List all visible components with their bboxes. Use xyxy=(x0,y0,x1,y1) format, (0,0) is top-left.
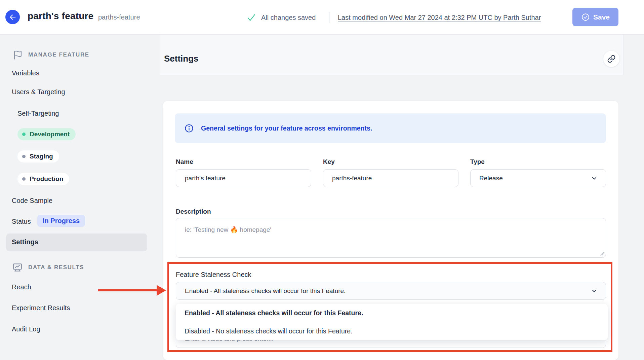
env-dot-icon xyxy=(22,155,26,158)
sidebar-item-self-targeting[interactable]: Self-Targeting xyxy=(17,109,59,117)
info-banner: General settings for your feature across… xyxy=(175,113,606,143)
sidebar-section-manage-feature: MANAGE FEATURE xyxy=(13,50,89,60)
resize-handle-icon[interactable] xyxy=(599,251,604,256)
env-label: Development xyxy=(30,131,70,138)
type-select-value: Release xyxy=(479,175,503,182)
sidebar-section-label: MANAGE FEATURE xyxy=(28,51,89,58)
top-header: parth's feature parths-feature All chang… xyxy=(0,0,644,35)
info-banner-text: General settings for your feature across… xyxy=(201,124,372,132)
settings-card: General settings for your feature across… xyxy=(163,101,618,360)
sidebar-env-development[interactable]: Development xyxy=(17,128,76,140)
check-circle-icon xyxy=(581,13,590,22)
feature-key: parths-feature xyxy=(98,13,140,21)
sidebar-item-variables[interactable]: Variables xyxy=(12,69,39,77)
type-label: Type xyxy=(470,158,485,166)
description-label: Description xyxy=(176,208,211,215)
copy-link-button[interactable] xyxy=(603,51,619,67)
env-label: Production xyxy=(30,175,63,183)
chevron-down-icon xyxy=(591,175,598,182)
check-icon xyxy=(246,12,256,23)
info-icon xyxy=(184,123,194,133)
staleness-dropdown-menu: Enabled - All staleness checks will occu… xyxy=(176,304,608,340)
chevron-down-icon xyxy=(591,288,598,294)
chart-board-icon xyxy=(12,262,23,273)
status-badge[interactable]: In Progress xyxy=(37,215,85,227)
staleness-option-enabled[interactable]: Enabled - All staleness checks will occu… xyxy=(176,304,608,322)
name-input[interactable] xyxy=(185,175,302,182)
env-dot-icon xyxy=(22,133,26,136)
flag-icon xyxy=(13,50,23,60)
link-icon xyxy=(607,55,616,63)
sidebar-item-settings-label: Settings xyxy=(12,238,38,246)
last-modified-link[interactable]: Last modified on Wed Mar 27 2024 at 2:32… xyxy=(338,14,541,22)
annotation-arrow xyxy=(98,289,158,291)
key-input-wrap xyxy=(323,169,458,187)
sidebar-item-reach[interactable]: Reach xyxy=(12,283,31,291)
settings-header-bar: Settings xyxy=(160,35,623,75)
env-dot-icon xyxy=(22,177,26,181)
header-divider xyxy=(329,12,329,23)
staleness-select-value: Enabled - All staleness checks will occu… xyxy=(185,287,346,295)
sidebar-section-label: DATA & RESULTS xyxy=(28,264,84,271)
sidebar: MANAGE FEATURE Variables Users & Targeti… xyxy=(0,35,160,360)
sidebar-item-status[interactable]: Status xyxy=(12,217,31,225)
description-textarea-wrap xyxy=(176,218,606,258)
feature-title: parth's feature xyxy=(28,11,93,22)
name-input-wrap xyxy=(176,169,311,187)
sidebar-item-code-sample[interactable]: Code Sample xyxy=(12,196,52,205)
sidebar-item-settings[interactable]: Settings xyxy=(6,233,147,251)
description-textarea[interactable] xyxy=(185,226,597,250)
key-label: Key xyxy=(323,158,335,166)
type-select[interactable]: Release xyxy=(470,169,606,187)
env-label: Staging xyxy=(30,153,53,160)
annotation-arrow-head-icon xyxy=(157,285,166,296)
arrow-left-icon xyxy=(9,13,16,21)
staleness-select[interactable]: Enabled - All staleness checks will occu… xyxy=(176,282,606,300)
sidebar-item-users-targeting[interactable]: Users & Targeting xyxy=(12,88,65,96)
page-title: Settings xyxy=(164,53,199,64)
sidebar-env-production[interactable]: Production xyxy=(17,173,69,185)
save-button[interactable]: Save xyxy=(572,8,618,26)
staleness-label: Feature Staleness Check xyxy=(176,271,251,279)
staleness-option-disabled[interactable]: Disabled - No staleness checks will occu… xyxy=(176,322,608,340)
sidebar-env-staging[interactable]: Staging xyxy=(17,150,59,163)
back-button[interactable] xyxy=(5,10,20,24)
sidebar-item-audit-log[interactable]: Audit Log xyxy=(12,325,40,333)
saved-status: All changes saved xyxy=(261,14,316,22)
name-label: Name xyxy=(176,158,193,166)
sidebar-item-experiment-results[interactable]: Experiment Results xyxy=(12,304,70,312)
sidebar-section-data-results: DATA & RESULTS xyxy=(12,262,84,273)
key-input[interactable] xyxy=(332,175,449,182)
save-button-label: Save xyxy=(593,13,610,21)
